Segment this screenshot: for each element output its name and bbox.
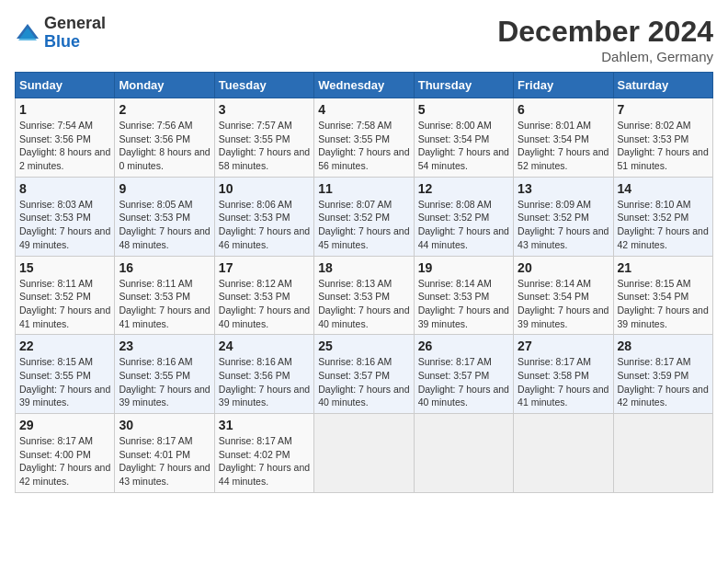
day-info: Sunrise: 8:11 AM Sunset: 3:52 PM Dayligh… bbox=[19, 277, 110, 331]
table-row bbox=[514, 414, 613, 493]
calendar-week-row: 22 Sunrise: 8:15 AM Sunset: 3:55 PM Dayl… bbox=[16, 335, 713, 414]
col-tuesday: Tuesday bbox=[214, 73, 313, 98]
day-info: Sunrise: 7:54 AM Sunset: 3:56 PM Dayligh… bbox=[19, 119, 110, 173]
col-monday: Monday bbox=[115, 73, 214, 98]
table-row: 31 Sunrise: 8:17 AM Sunset: 4:02 PM Dayl… bbox=[214, 414, 313, 493]
logo-text: General Blue bbox=[44, 15, 106, 52]
day-info: Sunrise: 8:11 AM Sunset: 3:53 PM Dayligh… bbox=[119, 277, 210, 331]
day-info: Sunrise: 8:13 AM Sunset: 3:53 PM Dayligh… bbox=[318, 277, 409, 331]
col-thursday: Thursday bbox=[414, 73, 513, 98]
day-info: Sunrise: 7:58 AM Sunset: 3:55 PM Dayligh… bbox=[318, 119, 409, 173]
calendar-subtitle: Dahlem, Germany bbox=[497, 49, 713, 64]
day-info: Sunrise: 8:05 AM Sunset: 3:53 PM Dayligh… bbox=[119, 198, 210, 252]
table-row: 4 Sunrise: 7:58 AM Sunset: 3:55 PM Dayli… bbox=[314, 98, 414, 178]
table-row: 20 Sunrise: 8:14 AM Sunset: 3:54 PM Dayl… bbox=[514, 256, 613, 335]
table-row: 7 Sunrise: 8:02 AM Sunset: 3:53 PM Dayli… bbox=[613, 98, 712, 178]
table-row: 13 Sunrise: 8:09 AM Sunset: 3:52 PM Dayl… bbox=[514, 177, 613, 256]
day-number: 13 bbox=[518, 181, 609, 196]
table-row: 17 Sunrise: 8:12 AM Sunset: 3:53 PM Dayl… bbox=[214, 256, 313, 335]
day-number: 12 bbox=[418, 181, 509, 196]
day-info: Sunrise: 8:01 AM Sunset: 3:54 PM Dayligh… bbox=[518, 119, 609, 173]
day-number: 7 bbox=[618, 102, 709, 117]
day-number: 21 bbox=[618, 260, 709, 275]
day-info: Sunrise: 8:15 AM Sunset: 3:54 PM Dayligh… bbox=[618, 277, 709, 331]
table-row: 5 Sunrise: 8:00 AM Sunset: 3:54 PM Dayli… bbox=[414, 98, 513, 178]
day-number: 28 bbox=[618, 339, 709, 353]
table-row: 21 Sunrise: 8:15 AM Sunset: 3:54 PM Dayl… bbox=[613, 256, 712, 335]
table-row: 6 Sunrise: 8:01 AM Sunset: 3:54 PM Dayli… bbox=[514, 98, 613, 178]
calendar-week-row: 1 Sunrise: 7:54 AM Sunset: 3:56 PM Dayli… bbox=[16, 98, 713, 178]
day-number: 26 bbox=[418, 339, 509, 353]
logo-icon bbox=[15, 20, 40, 46]
table-row: 28 Sunrise: 8:17 AM Sunset: 3:59 PM Dayl… bbox=[613, 335, 712, 414]
day-info: Sunrise: 8:16 AM Sunset: 3:55 PM Dayligh… bbox=[119, 355, 210, 409]
day-info: Sunrise: 8:10 AM Sunset: 3:52 PM Dayligh… bbox=[618, 198, 709, 252]
title-block: December 2024 Dahlem, Germany bbox=[497, 15, 713, 64]
day-info: Sunrise: 8:16 AM Sunset: 3:57 PM Dayligh… bbox=[318, 355, 409, 409]
day-number: 6 bbox=[518, 102, 609, 117]
day-number: 3 bbox=[219, 102, 310, 117]
table-row: 12 Sunrise: 8:08 AM Sunset: 3:52 PM Dayl… bbox=[414, 177, 513, 256]
day-number: 30 bbox=[119, 418, 210, 432]
day-number: 15 bbox=[19, 260, 110, 275]
day-number: 25 bbox=[318, 339, 409, 353]
calendar-title: December 2024 bbox=[497, 15, 713, 49]
table-row: 26 Sunrise: 8:17 AM Sunset: 3:57 PM Dayl… bbox=[414, 335, 513, 414]
table-row: 25 Sunrise: 8:16 AM Sunset: 3:57 PM Dayl… bbox=[314, 335, 414, 414]
day-info: Sunrise: 7:56 AM Sunset: 3:56 PM Dayligh… bbox=[119, 119, 210, 173]
table-row: 9 Sunrise: 8:05 AM Sunset: 3:53 PM Dayli… bbox=[115, 177, 214, 256]
table-row: 19 Sunrise: 8:14 AM Sunset: 3:53 PM Dayl… bbox=[414, 256, 513, 335]
table-row: 16 Sunrise: 8:11 AM Sunset: 3:53 PM Dayl… bbox=[115, 256, 214, 335]
table-row: 10 Sunrise: 8:06 AM Sunset: 3:53 PM Dayl… bbox=[214, 177, 313, 256]
day-info: Sunrise: 8:17 AM Sunset: 3:59 PM Dayligh… bbox=[618, 355, 709, 409]
col-sunday: Sunday bbox=[16, 73, 115, 98]
page-header: General Blue December 2024 Dahlem, Germa… bbox=[15, 15, 713, 64]
day-number: 29 bbox=[19, 418, 110, 432]
logo: General Blue bbox=[15, 15, 106, 52]
day-number: 18 bbox=[318, 260, 409, 275]
day-number: 31 bbox=[219, 418, 310, 432]
table-row: 8 Sunrise: 8:03 AM Sunset: 3:53 PM Dayli… bbox=[16, 177, 115, 256]
day-info: Sunrise: 8:00 AM Sunset: 3:54 PM Dayligh… bbox=[418, 119, 509, 173]
table-row: 3 Sunrise: 7:57 AM Sunset: 3:55 PM Dayli… bbox=[214, 98, 313, 178]
day-number: 22 bbox=[19, 339, 110, 353]
table-row: 15 Sunrise: 8:11 AM Sunset: 3:52 PM Dayl… bbox=[16, 256, 115, 335]
table-row: 1 Sunrise: 7:54 AM Sunset: 3:56 PM Dayli… bbox=[16, 98, 115, 178]
table-row: 24 Sunrise: 8:16 AM Sunset: 3:56 PM Dayl… bbox=[214, 335, 313, 414]
day-info: Sunrise: 8:17 AM Sunset: 3:58 PM Dayligh… bbox=[518, 355, 609, 409]
table-row: 27 Sunrise: 8:17 AM Sunset: 3:58 PM Dayl… bbox=[514, 335, 613, 414]
day-info: Sunrise: 8:14 AM Sunset: 3:54 PM Dayligh… bbox=[518, 277, 609, 331]
table-row: 30 Sunrise: 8:17 AM Sunset: 4:01 PM Dayl… bbox=[115, 414, 214, 493]
table-row bbox=[613, 414, 712, 493]
day-info: Sunrise: 8:17 AM Sunset: 4:00 PM Dayligh… bbox=[19, 434, 110, 488]
table-row: 22 Sunrise: 8:15 AM Sunset: 3:55 PM Dayl… bbox=[16, 335, 115, 414]
table-row: 14 Sunrise: 8:10 AM Sunset: 3:52 PM Dayl… bbox=[613, 177, 712, 256]
day-info: Sunrise: 8:09 AM Sunset: 3:52 PM Dayligh… bbox=[518, 198, 609, 252]
day-info: Sunrise: 8:03 AM Sunset: 3:53 PM Dayligh… bbox=[19, 198, 110, 252]
day-info: Sunrise: 8:17 AM Sunset: 4:01 PM Dayligh… bbox=[119, 434, 210, 488]
day-number: 17 bbox=[219, 260, 310, 275]
day-info: Sunrise: 8:12 AM Sunset: 3:53 PM Dayligh… bbox=[219, 277, 310, 331]
day-number: 9 bbox=[119, 181, 210, 196]
day-number: 24 bbox=[219, 339, 310, 353]
col-wednesday: Wednesday bbox=[314, 73, 414, 98]
table-row bbox=[414, 414, 513, 493]
calendar-week-row: 29 Sunrise: 8:17 AM Sunset: 4:00 PM Dayl… bbox=[16, 414, 713, 493]
day-info: Sunrise: 8:07 AM Sunset: 3:52 PM Dayligh… bbox=[318, 198, 409, 252]
day-number: 4 bbox=[318, 102, 409, 117]
day-number: 10 bbox=[219, 181, 310, 196]
col-friday: Friday bbox=[514, 73, 613, 98]
table-row: 23 Sunrise: 8:16 AM Sunset: 3:55 PM Dayl… bbox=[115, 335, 214, 414]
day-info: Sunrise: 8:08 AM Sunset: 3:52 PM Dayligh… bbox=[418, 198, 509, 252]
day-number: 16 bbox=[119, 260, 210, 275]
day-info: Sunrise: 8:14 AM Sunset: 3:53 PM Dayligh… bbox=[418, 277, 509, 331]
calendar-header-row: Sunday Monday Tuesday Wednesday Thursday… bbox=[16, 73, 713, 98]
table-row: 29 Sunrise: 8:17 AM Sunset: 4:00 PM Dayl… bbox=[16, 414, 115, 493]
day-number: 2 bbox=[119, 102, 210, 117]
calendar-week-row: 15 Sunrise: 8:11 AM Sunset: 3:52 PM Dayl… bbox=[16, 256, 713, 335]
day-number: 19 bbox=[418, 260, 509, 275]
day-number: 27 bbox=[518, 339, 609, 353]
table-row: 2 Sunrise: 7:56 AM Sunset: 3:56 PM Dayli… bbox=[115, 98, 214, 178]
table-row: 18 Sunrise: 8:13 AM Sunset: 3:53 PM Dayl… bbox=[314, 256, 414, 335]
day-number: 11 bbox=[318, 181, 409, 196]
